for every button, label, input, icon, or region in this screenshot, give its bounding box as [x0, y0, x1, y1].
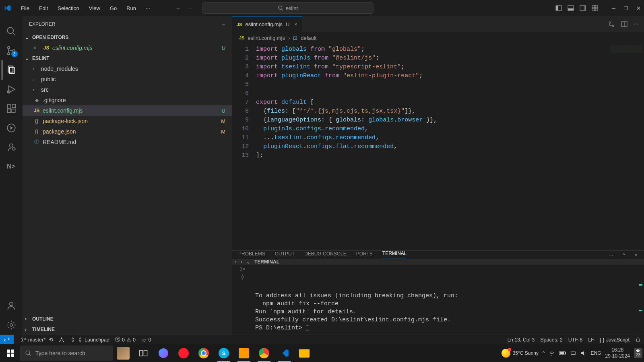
folder-item[interactable]: ›public — [23, 74, 232, 84]
panel-maximize-icon[interactable]: ^ — [623, 252, 625, 258]
panel-close-icon[interactable]: × — [635, 252, 638, 258]
panel-tab-output[interactable]: OUTPUT — [275, 251, 295, 259]
indentation-status[interactable]: Spaces: 2 — [540, 337, 563, 343]
tray-battery-icon[interactable] — [559, 351, 566, 356]
tray-chevron-icon[interactable]: ^ — [543, 350, 545, 356]
commit-icon[interactable] — [240, 274, 246, 280]
problems-status[interactable]: ⓧ0 ⚠0 — [115, 336, 136, 343]
activity-explorer-icon[interactable] — [2, 60, 21, 80]
activity-extensions-icon[interactable] — [2, 99, 21, 118]
panel-tab-problems[interactable]: PROBLEMS — [238, 251, 265, 259]
tray-volume-icon[interactable] — [580, 350, 586, 356]
nav-forward-icon[interactable]: → — [187, 5, 192, 11]
editor-more-icon[interactable]: ··· — [634, 21, 638, 27]
activity-live-icon[interactable] — [2, 118, 21, 138]
remote-icon[interactable] — [0, 335, 14, 345]
layout-sidebar-right-icon[interactable] — [580, 5, 586, 11]
menu-selection[interactable]: Selection — [54, 3, 83, 14]
panel-tab-ports[interactable]: PORTS — [356, 251, 373, 259]
editor-tab[interactable]: JS eslint.config.mjs U × — [232, 16, 302, 32]
tray-language[interactable]: ENG — [590, 350, 601, 356]
taskbar-clock[interactable]: 16:28 29-10-2024 — [605, 347, 630, 359]
language-status[interactable]: { } JavaScript — [600, 337, 630, 343]
branch-icon[interactable] — [240, 266, 246, 272]
taskbar-skype-icon[interactable]: S — [214, 344, 233, 362]
panel-tab-debug[interactable]: DEBUG CONSOLE — [304, 251, 347, 259]
encoding-status[interactable]: UTF-8 — [568, 337, 582, 343]
open-editor-item[interactable]: × JS eslint.config.mjs U — [23, 43, 232, 53]
launchpad-status[interactable]: Launchpad — [70, 337, 109, 343]
taskbar-vscode-icon[interactable] — [275, 344, 294, 362]
notifications-icon[interactable] — [635, 337, 641, 343]
timeline-header[interactable]: › TIMELINE — [23, 324, 232, 335]
file-item[interactable]: {}package.jsonM — [23, 126, 232, 137]
window-close-icon[interactable]: ✕ — [636, 5, 641, 11]
menu-run[interactable]: Run — [122, 3, 140, 14]
branch-status[interactable]: master* ⟲ — [21, 337, 53, 343]
menu-go[interactable]: Go — [106, 3, 121, 14]
eol-status[interactable]: LF — [588, 337, 594, 343]
chevron-right-icon[interactable]: › — [235, 259, 237, 265]
windows-search[interactable]: Type here to search — [20, 346, 113, 361]
layout-panel-icon[interactable] — [568, 5, 574, 11]
breadcrumb[interactable]: JS eslint.config.mjs › ⊡ default — [232, 32, 644, 43]
activity-scm-icon[interactable]: 3 — [2, 41, 21, 60]
taskbar-chrome2-icon[interactable] — [254, 344, 274, 362]
ports-status[interactable]: 0 — [141, 337, 151, 343]
menu-edit[interactable]: Edit — [35, 3, 52, 14]
taskbar-weather[interactable]: 35°C Sunny — [502, 349, 539, 358]
cursor-position[interactable]: Ln 13, Col 3 — [508, 337, 535, 343]
graph-icon[interactable] — [59, 337, 64, 343]
taskbar-opera-icon[interactable] — [174, 344, 193, 362]
open-editors-header[interactable]: ⌄ OPEN EDITORS — [23, 32, 232, 43]
tab-close-icon[interactable]: × — [294, 21, 297, 27]
command-center-search[interactable]: eslint — [202, 2, 374, 14]
taskbar-widget-icon[interactable] — [114, 344, 133, 362]
explorer-more-icon[interactable]: ··· — [221, 21, 225, 27]
windows-start-icon[interactable] — [2, 344, 19, 362]
panel-tab-terminal[interactable]: TERMINAL — [382, 251, 407, 259]
taskbar-copilot-icon[interactable] — [154, 344, 173, 362]
activity-nx-icon[interactable]: N> — [2, 157, 21, 176]
menu-view[interactable]: View — [85, 3, 104, 14]
taskbar-taskview-icon[interactable] — [134, 344, 153, 362]
split-editor-icon[interactable] — [621, 21, 627, 27]
file-item[interactable]: ⓘREADME.md — [23, 137, 232, 147]
svg-rect-11 — [595, 8, 598, 11]
taskbar-chrome-icon[interactable] — [194, 344, 213, 362]
folder-item[interactable]: ›src — [23, 84, 232, 95]
minimap[interactable] — [610, 45, 642, 53]
activity-account-icon[interactable] — [2, 296, 21, 315]
taskbar-explorer-icon[interactable] — [295, 344, 314, 362]
menu-more-icon[interactable]: ··· — [142, 3, 154, 14]
folder-item[interactable]: ›node_modules — [23, 64, 232, 74]
chevron-down-icon[interactable]: ⌄ — [246, 259, 250, 265]
sync-icon[interactable]: ⟲ — [49, 337, 53, 343]
code-content[interactable]: import globals from "globals";import plu… — [256, 43, 644, 250]
activity-debug-icon[interactable] — [2, 80, 21, 99]
window-maximize-icon[interactable]: ☐ — [623, 5, 628, 11]
file-item[interactable]: ◆.gitignore — [23, 95, 232, 105]
window-minimize-icon[interactable]: ─ — [612, 5, 615, 11]
close-icon[interactable]: × — [33, 45, 39, 51]
menu-file[interactable]: File — [17, 3, 33, 14]
compare-changes-icon[interactable] — [608, 21, 615, 27]
terminal-output[interactable]: To address all issues (including breakin… — [254, 265, 644, 335]
activity-settings-icon[interactable] — [2, 315, 21, 335]
panel-more-icon[interactable]: ··· — [609, 252, 613, 258]
outline-header[interactable]: › OUTLINE — [23, 314, 232, 324]
layout-sidebar-left-icon[interactable] — [555, 5, 562, 11]
code-editor[interactable]: 12345678910111213 import globals from "g… — [232, 43, 644, 250]
file-item[interactable]: JSeslint.config.mjsU — [23, 105, 232, 116]
activity-search-icon[interactable] — [2, 22, 21, 41]
taskbar-sublime-icon[interactable] — [234, 344, 254, 362]
tray-notifications-icon[interactable]: 💬23 — [634, 348, 642, 358]
activity-docker-icon[interactable] — [2, 138, 21, 157]
tray-network-icon[interactable] — [570, 350, 576, 356]
tray-wifi-icon[interactable] — [549, 350, 555, 356]
file-item[interactable]: {}package-lock.jsonM — [23, 116, 232, 126]
chevron-right-icon[interactable]: › — [241, 259, 242, 265]
nav-back-icon[interactable]: ← — [176, 5, 181, 11]
project-header[interactable]: ⌄ ESLINT — [23, 53, 232, 64]
layout-customize-icon[interactable] — [592, 5, 598, 11]
